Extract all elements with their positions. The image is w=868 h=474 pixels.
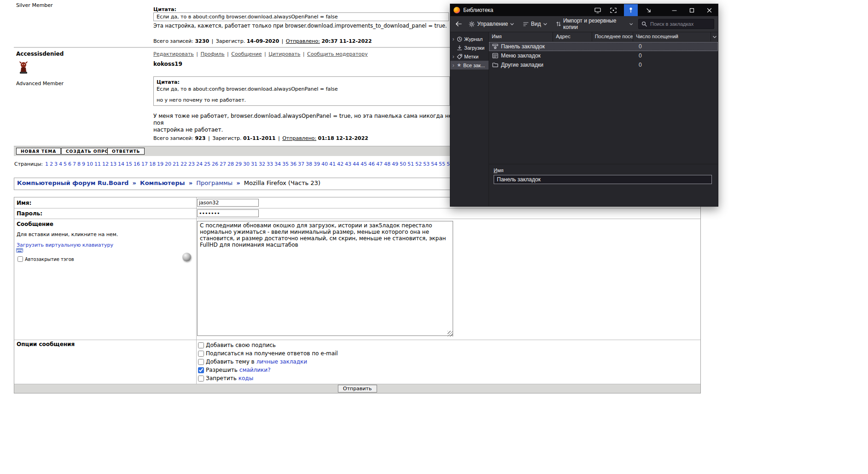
new-topic-button[interactable]: НОВАЯ ТЕМА	[16, 148, 61, 155]
bookmark-row-other[interactable]: Другие закладки 0	[489, 60, 718, 69]
page-link[interactable]: 15	[126, 161, 132, 167]
page-link[interactable]: 31	[251, 161, 257, 167]
option-add-bookmark[interactable]: Добавить тему в личные закладки	[198, 358, 340, 366]
column-header-address[interactable]: Адрес	[553, 32, 592, 41]
autoclose-checkbox[interactable]	[17, 256, 23, 262]
page-link[interactable]: 47	[376, 161, 383, 167]
column-header-name[interactable]: Имя	[489, 32, 553, 41]
sent-label[interactable]: Отправлено:	[286, 38, 320, 44]
page-link[interactable]: 21	[173, 161, 179, 167]
close-button[interactable]	[700, 4, 718, 16]
page-link[interactable]: 30	[243, 161, 250, 167]
search-input[interactable]	[649, 21, 711, 27]
page-link[interactable]: 1	[45, 161, 48, 167]
action-edit[interactable]: Редактировать	[153, 51, 194, 57]
sidebar-item-tags[interactable]: › Метки	[450, 52, 489, 61]
column-header-visit-count[interactable]: Число посещений	[633, 32, 711, 41]
bookmark-row-toolbar[interactable]: Панель закладок 0	[489, 42, 718, 51]
page-link[interactable]: 52	[415, 161, 422, 167]
submit-button[interactable]: Отправить	[338, 385, 377, 393]
expand-chevron-icon[interactable]: ›	[452, 63, 455, 68]
page-link[interactable]: 29	[235, 161, 242, 167]
action-profile[interactable]: Профиль	[201, 51, 225, 57]
page-link[interactable]: 19	[157, 161, 163, 167]
page-link[interactable]: 51	[408, 161, 414, 167]
back-button[interactable]	[454, 19, 463, 29]
page-link[interactable]: 3	[54, 161, 58, 167]
page-link[interactable]: 35	[282, 161, 289, 167]
page-link[interactable]: 36	[290, 161, 297, 167]
page-link[interactable]: 50	[400, 161, 406, 167]
breadcrumb-programs[interactable]: Программы	[196, 179, 233, 186]
page-link[interactable]: 49	[392, 161, 398, 167]
page-link[interactable]: 13	[110, 161, 117, 167]
monitor-icon-button[interactable]	[590, 4, 606, 16]
page-link[interactable]: 48	[384, 161, 390, 167]
sent-label[interactable]: Отправлено:	[282, 135, 316, 141]
page-link[interactable]: 55	[439, 161, 445, 167]
page-link[interactable]: 2	[50, 161, 53, 167]
page-link[interactable]: 18	[149, 161, 156, 167]
breadcrumb-computers[interactable]: Компьютеры	[140, 179, 185, 186]
page-link[interactable]: 34	[274, 161, 281, 167]
sidebar-item-downloads[interactable]: Загрузки	[450, 43, 489, 52]
reply-button[interactable]: ОТВЕТИТЬ	[107, 148, 145, 155]
page-link[interactable]: 6	[68, 161, 71, 167]
page-link[interactable]: 28	[227, 161, 234, 167]
page-link[interactable]: 8	[77, 161, 81, 167]
column-header-last-visit[interactable]: Последнее посещение	[592, 32, 633, 41]
page-link[interactable]: 4	[59, 161, 62, 167]
page-link[interactable]: 39	[314, 161, 320, 167]
option-allow-smilies[interactable]: Разрешить смайлики?	[198, 366, 340, 374]
option-subscribe-email[interactable]: Подписаться на получение ответов по e-ma…	[198, 349, 340, 358]
sidebar-item-all-bookmarks[interactable]: › ★ Все зак...	[450, 61, 489, 69]
page-link[interactable]: 53	[423, 161, 430, 167]
textarea-resize-grip[interactable]	[448, 331, 453, 336]
search-box[interactable]	[638, 19, 714, 29]
page-link[interactable]: 11	[94, 161, 101, 167]
page-link[interactable]: 42	[337, 161, 344, 167]
keyboard-icon[interactable]	[16, 248, 23, 254]
page-link[interactable]: 54	[431, 161, 437, 167]
option-link[interactable]: коды	[239, 375, 253, 382]
page-link[interactable]: 38	[306, 161, 312, 167]
sidebar-item-history[interactable]: › Журнал	[450, 35, 489, 43]
page-link[interactable]: 5	[64, 161, 67, 167]
page-link[interactable]: 46	[368, 161, 375, 167]
page-link[interactable]: 33	[267, 161, 273, 167]
breadcrumb-root[interactable]: Компьютерный форум Ru.Board	[17, 179, 128, 186]
page-link[interactable]: 14	[118, 161, 124, 167]
action-quote[interactable]: Цитировать	[268, 51, 300, 57]
minimize-button[interactable]	[665, 4, 683, 16]
page-link[interactable]: 22	[181, 161, 187, 167]
expand-chevron-icon[interactable]: ›	[452, 37, 455, 41]
page-link[interactable]: 16	[134, 161, 140, 167]
message-textarea[interactable]: С последними обновами окошко для загрузо…	[197, 221, 453, 336]
page-link[interactable]: 40	[321, 161, 328, 167]
post-author[interactable]: Accessisdenied	[16, 51, 64, 57]
name-input[interactable]	[197, 199, 259, 207]
pin-icon-button[interactable]	[624, 4, 638, 16]
expand-chevron-icon[interactable]: ›	[452, 54, 455, 59]
option-link[interactable]: смайлики?	[239, 367, 271, 373]
page-link[interactable]: 43	[345, 161, 351, 167]
page-link[interactable]: 45	[361, 161, 367, 167]
page-link[interactable]: 23	[188, 161, 195, 167]
autoclose-tags-option[interactable]: Автозакрытие тэгов	[17, 256, 74, 262]
page-link[interactable]: 12	[102, 161, 109, 167]
shrink-arrow-icon-button[interactable]	[641, 4, 656, 16]
page-link[interactable]: 25	[204, 161, 210, 167]
option-checkbox[interactable]	[198, 342, 204, 348]
page-link[interactable]: 37	[298, 161, 304, 167]
page-link[interactable]: 10	[87, 161, 93, 167]
action-message[interactable]: Сообщение	[231, 51, 262, 57]
page-link[interactable]: 26	[212, 161, 218, 167]
action-report[interactable]: Сообщить модератору	[307, 51, 368, 57]
page-link[interactable]: 20	[165, 161, 171, 167]
page-link[interactable]: 41	[329, 161, 336, 167]
option-checkbox[interactable]	[198, 376, 204, 382]
page-link[interactable]: 7	[73, 161, 76, 167]
manage-menu-button[interactable]: Управление	[465, 19, 518, 29]
view-menu-button[interactable]: Вид	[519, 19, 551, 29]
page-link[interactable]: 17	[141, 161, 148, 167]
